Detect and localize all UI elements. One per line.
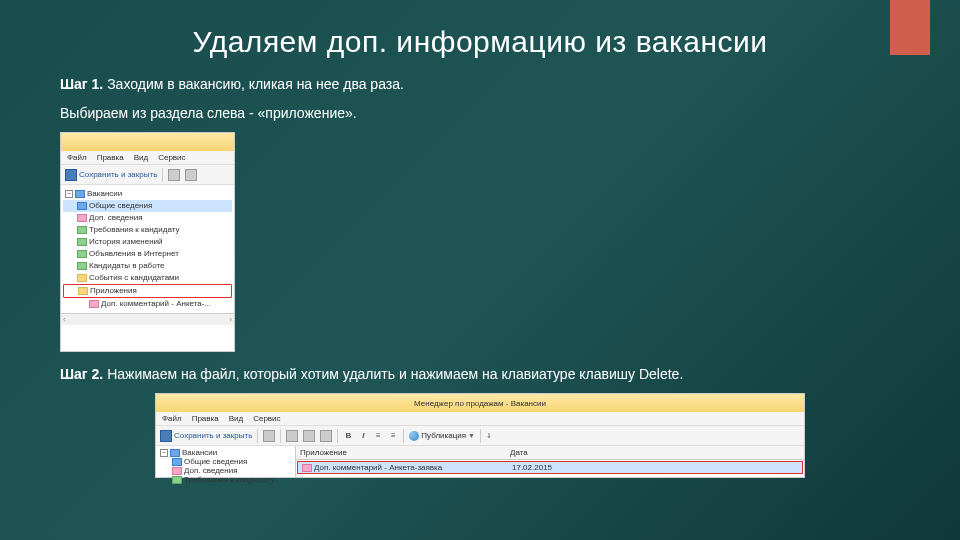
item-label: Приложения xyxy=(90,285,137,297)
copy-icon[interactable] xyxy=(303,430,315,442)
menu-file[interactable]: Файл xyxy=(67,153,87,162)
item-icon xyxy=(172,467,182,475)
scroll-right-icon[interactable]: › xyxy=(229,315,232,324)
numlist-icon[interactable]: ≡ xyxy=(388,431,398,441)
item-icon xyxy=(77,262,87,270)
item-label: Объявления в Интернет xyxy=(89,248,179,260)
tree-item[interactable]: Доп. комментарий - Анкета-... xyxy=(63,298,232,310)
item-icon xyxy=(75,190,85,198)
item-icon xyxy=(77,202,87,210)
item-label: События с кандидатами xyxy=(89,272,179,284)
bold-icon[interactable]: B xyxy=(343,431,353,441)
item-icon xyxy=(78,287,88,295)
tree-item[interactable]: Общие сведения xyxy=(158,457,293,466)
item-label: Вакансии xyxy=(182,448,217,457)
cut-icon[interactable] xyxy=(286,430,298,442)
screenshot-1: Файл Правка Вид Сервис Сохранить и закры… xyxy=(60,132,235,352)
item-icon xyxy=(172,458,182,466)
step2-label: Шаг 2. xyxy=(60,366,103,382)
doc-icon xyxy=(302,464,312,472)
save-close-button[interactable]: Сохранить и закрыть xyxy=(160,430,252,442)
menu-service[interactable]: Сервис xyxy=(253,414,280,423)
globe-icon xyxy=(409,431,419,441)
tree-item[interactable]: Объявления в Интернет xyxy=(63,248,232,260)
tree-item[interactable]: Доп. сведения xyxy=(158,466,293,475)
item-label: Требования к кандидату xyxy=(89,224,179,236)
tree-item[interactable]: −Вакансии xyxy=(63,188,232,200)
step2-text: Нажимаем на файл, который хотим удалить … xyxy=(103,366,683,382)
menu-edit[interactable]: Правка xyxy=(97,153,124,162)
tree-item[interactable]: Доп. сведения xyxy=(63,212,232,224)
accent-bar xyxy=(890,0,930,55)
column-headers: Приложение Дата xyxy=(296,446,804,460)
step2-line: Шаг 2. Нажимаем на файл, который хотим у… xyxy=(60,364,900,385)
window-titlebar xyxy=(61,133,234,151)
step1-text-a: Заходим в вакансию, кликая на нее два ра… xyxy=(103,76,404,92)
italic-icon[interactable]: I xyxy=(358,431,368,441)
item-label: Доп. комментарий - Анкета-... xyxy=(101,298,211,310)
col-date[interactable]: Дата xyxy=(510,448,590,457)
chevron-down-icon: ▼ xyxy=(468,432,475,439)
item-label: Вакансии xyxy=(87,188,122,200)
slide-content: Удаляем доп. информацию из вакансии Шаг … xyxy=(0,0,960,498)
cut-icon[interactable] xyxy=(185,169,197,181)
tree-panel-2: −ВакансииОбщие сведенияДоп. сведенияТреб… xyxy=(156,446,296,477)
tree-panel: −ВакансииОбщие сведенияДоп. сведенияТреб… xyxy=(61,185,234,313)
paste-icon[interactable] xyxy=(320,430,332,442)
tree-item[interactable]: −Вакансии xyxy=(158,448,293,457)
tree-item[interactable]: Приложения xyxy=(63,284,232,298)
item-label: Общие сведения xyxy=(184,457,247,466)
attachments-pane: Приложение Дата Доп. комментарий - Анкет… xyxy=(296,446,804,477)
item-icon xyxy=(170,449,180,457)
item-label: Общие сведения xyxy=(89,200,152,212)
toolbar-2: Сохранить и закрыть B I ≡ ≡ Публикация ▼… xyxy=(156,426,804,446)
list-icon[interactable]: ≡ xyxy=(373,431,383,441)
save-close-button[interactable]: Сохранить и закрыть xyxy=(65,169,157,181)
screenshot-2: Менеджер по продажам - Вакансии Файл Пра… xyxy=(155,393,805,478)
tree-item[interactable]: Общие сведения xyxy=(63,200,232,212)
step1-line2: Выбираем из раздела слева - «приложение»… xyxy=(60,103,900,124)
expand-icon[interactable]: − xyxy=(65,190,73,198)
menubar-2: Файл Правка Вид Сервис xyxy=(156,412,804,426)
window-titlebar-2: Менеджер по продажам - Вакансии xyxy=(156,394,804,412)
menu-view[interactable]: Вид xyxy=(134,153,148,162)
attachment-row[interactable]: Доп. комментарий - Анкета-заявка 17.02.2… xyxy=(297,461,803,474)
menu-edit[interactable]: Правка xyxy=(192,414,219,423)
down-arrow-icon[interactable]: ⇓ xyxy=(486,432,492,440)
slide-title: Удаляем доп. информацию из вакансии xyxy=(60,25,900,59)
toolbar: Сохранить и закрыть xyxy=(61,165,234,185)
menu-service[interactable]: Сервис xyxy=(158,153,185,162)
step1-line1: Шаг 1. Заходим в вакансию, кликая на нее… xyxy=(60,74,900,95)
item-icon xyxy=(89,300,99,308)
scroll-left-icon[interactable]: ‹ xyxy=(63,315,66,324)
item-label: Кандидаты в работе xyxy=(89,260,165,272)
col-attachment[interactable]: Приложение xyxy=(300,448,510,457)
tree-item[interactable]: История изменений xyxy=(63,236,232,248)
item-label: История изменений xyxy=(89,236,163,248)
menu-file[interactable]: Файл xyxy=(162,414,182,423)
menubar: Файл Правка Вид Сервис xyxy=(61,151,234,165)
item-icon xyxy=(77,226,87,234)
print-icon[interactable] xyxy=(263,430,275,442)
step1-label: Шаг 1. xyxy=(60,76,103,92)
tree-item[interactable]: Требования к кандидату xyxy=(158,475,293,484)
item-icon xyxy=(77,238,87,246)
item-label: Доп. сведения xyxy=(184,466,238,475)
item-icon xyxy=(77,274,87,282)
publish-button[interactable]: Публикация ▼ xyxy=(409,431,475,441)
item-icon xyxy=(172,476,182,484)
expand-icon[interactable]: − xyxy=(160,449,168,457)
print-icon[interactable] xyxy=(168,169,180,181)
tree-item[interactable]: События с кандидатами xyxy=(63,272,232,284)
tree-item[interactable]: Требования к кандидату xyxy=(63,224,232,236)
item-icon xyxy=(77,250,87,258)
menu-view[interactable]: Вид xyxy=(229,414,243,423)
tree-item[interactable]: Кандидаты в работе xyxy=(63,260,232,272)
item-label: Доп. сведения xyxy=(89,212,143,224)
item-icon xyxy=(77,214,87,222)
item-label: Требования к кандидату xyxy=(184,475,274,484)
scrollbar-bottom[interactable]: ‹ › xyxy=(61,313,234,325)
